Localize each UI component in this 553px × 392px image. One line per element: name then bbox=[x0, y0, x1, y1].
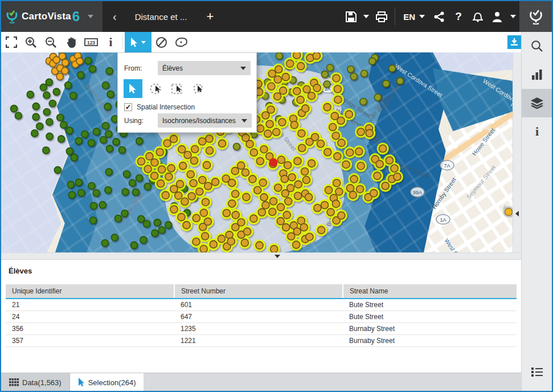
brand-menu[interactable]: CartoVista 6 bbox=[1, 1, 103, 32]
cartovista-mark-icon bbox=[529, 9, 543, 24]
right-sidebar: i bbox=[521, 32, 552, 391]
share-button[interactable] bbox=[429, 1, 449, 32]
language-label: EN bbox=[403, 12, 415, 22]
bottom-tab-bar: Data(1,563) Selection(264) bbox=[1, 373, 521, 391]
map-canvas[interactable]: Beach AvenueBidwell StreetRobson StreetG… bbox=[1, 52, 513, 252]
print-button[interactable] bbox=[372, 1, 391, 32]
sidebar-legend[interactable] bbox=[522, 358, 552, 386]
column-header[interactable]: Street Number bbox=[174, 284, 343, 299]
bell-icon bbox=[473, 11, 483, 22]
add-tab-button[interactable]: + bbox=[206, 9, 214, 24]
table-cell: 1235 bbox=[174, 322, 343, 334]
map-bottom-collapse-strip bbox=[1, 252, 521, 259]
polygon-select-tool[interactable] bbox=[191, 81, 206, 96]
select-tool-dropdown-caret bbox=[141, 41, 146, 44]
table-header[interactable]: Unique IdentifierStreet NumberStreat Nam… bbox=[6, 284, 517, 299]
topbar-actions: EN ? bbox=[341, 1, 552, 32]
selection-tool-panel: From: Élèves bbox=[117, 52, 257, 133]
notifications-button[interactable] bbox=[468, 1, 488, 32]
tab-data[interactable]: Data(1,563) bbox=[1, 373, 70, 391]
table-row[interactable]: 3561235Burnaby Street bbox=[6, 322, 517, 334]
grid-icon bbox=[9, 378, 19, 386]
rectangle-select-tool[interactable] bbox=[170, 81, 185, 96]
sidebar-charts[interactable] bbox=[522, 60, 552, 89]
share-icon bbox=[434, 11, 444, 22]
column-header[interactable]: Unique Identifier bbox=[6, 284, 174, 299]
pan-button[interactable] bbox=[61, 32, 81, 52]
pointer-icon bbox=[78, 378, 85, 387]
spatial-intersection-checkbox[interactable]: ✓ bbox=[124, 103, 132, 111]
map-right-collapse-strip bbox=[513, 52, 521, 252]
download-icon bbox=[510, 38, 518, 46]
identify-button[interactable]: i bbox=[101, 32, 121, 52]
clear-selection-button[interactable] bbox=[151, 32, 171, 52]
sidebar-layers[interactable] bbox=[522, 89, 552, 117]
table-cell: 357 bbox=[6, 334, 174, 346]
table-cell: 24 bbox=[6, 311, 174, 322]
spatial-intersection-label: Spatial Intersection bbox=[137, 103, 195, 111]
table-row[interactable]: 3571221Burnaby Street bbox=[6, 334, 517, 346]
highway-shield-label: 99A bbox=[413, 190, 422, 195]
lasso-icon bbox=[175, 37, 188, 48]
back-button[interactable]: ‹ bbox=[113, 10, 117, 23]
zoom-in-icon bbox=[25, 36, 37, 48]
from-select[interactable]: Élèves bbox=[158, 61, 251, 75]
table-row[interactable]: 21601Bute Street bbox=[6, 299, 517, 311]
user-button[interactable] bbox=[488, 1, 507, 32]
help-button[interactable]: ? bbox=[449, 1, 468, 32]
map-tab-zone: ‹ Distance et ... + bbox=[103, 1, 341, 32]
bar-chart-icon bbox=[531, 70, 543, 80]
toolbar-divider bbox=[122, 35, 123, 49]
language-selector[interactable]: EN bbox=[399, 12, 429, 22]
pointer-select-tool[interactable] bbox=[124, 79, 142, 98]
collapse-bottom-handle[interactable] bbox=[275, 255, 280, 258]
table-cell: 356 bbox=[6, 322, 174, 334]
lasso-select-button[interactable] bbox=[171, 32, 191, 52]
brand-dropdown-caret[interactable] bbox=[88, 15, 93, 18]
save-dropdown[interactable] bbox=[361, 1, 372, 32]
zoom-extent-button[interactable] bbox=[1, 32, 21, 52]
map-toolbar: 123 i bbox=[1, 32, 521, 52]
cartovista-mark-button[interactable] bbox=[519, 1, 552, 32]
attribute-table[interactable]: Unique IdentifierStreet NumberStreat Nam… bbox=[6, 284, 517, 347]
user-icon bbox=[491, 11, 503, 22]
column-header[interactable]: Streat Name bbox=[343, 284, 517, 299]
labels-button[interactable]: 123 bbox=[81, 32, 101, 52]
map-tab-title[interactable]: Distance et ... bbox=[135, 12, 187, 22]
sidebar-info[interactable]: i bbox=[522, 117, 552, 146]
highway-shield-label: 7A bbox=[444, 163, 450, 169]
spatial-intersection-option[interactable]: ✓ Spatial Intersection bbox=[124, 103, 195, 111]
table-cell: 647 bbox=[174, 311, 343, 322]
user-dropdown[interactable] bbox=[507, 1, 519, 32]
pan-hand-icon bbox=[65, 36, 77, 48]
circle-select-tool[interactable] bbox=[149, 81, 163, 96]
zoom-extent-icon bbox=[6, 36, 17, 48]
save-icon bbox=[346, 11, 357, 22]
pointer-select-tool-active[interactable] bbox=[125, 32, 151, 52]
table-row[interactable]: 24647Bute Street bbox=[6, 311, 517, 322]
pointer-cursor-icon bbox=[129, 84, 137, 94]
from-select-caret bbox=[240, 67, 246, 70]
zoom-in-button[interactable] bbox=[21, 32, 41, 52]
using-select[interactable]: Isochrones/Isodistances bbox=[158, 113, 252, 128]
save-button[interactable] bbox=[341, 1, 361, 32]
topbar-divider bbox=[395, 8, 395, 25]
print-icon bbox=[376, 11, 387, 22]
pointer-cursor-icon bbox=[130, 38, 138, 47]
from-label: From: bbox=[124, 64, 142, 72]
search-icon bbox=[531, 40, 543, 52]
tab-selection-label: Selection(264) bbox=[88, 378, 136, 387]
table-cell: 1221 bbox=[174, 334, 343, 346]
pointer-cursor-icon bbox=[198, 85, 202, 92]
zoom-out-button[interactable] bbox=[41, 32, 61, 52]
table-cell: 601 bbox=[174, 299, 343, 311]
table-cell: Burnaby Street bbox=[343, 334, 517, 346]
highway-shield-label: 1A bbox=[440, 217, 446, 223]
collapse-right-handle[interactable] bbox=[515, 211, 519, 217]
export-map-button[interactable] bbox=[507, 35, 521, 49]
using-label: Using: bbox=[124, 117, 144, 125]
tab-selection[interactable]: Selection(264) bbox=[70, 373, 144, 391]
sidebar-search[interactable] bbox=[522, 32, 552, 60]
tab-data-label: Data(1,563) bbox=[22, 378, 62, 387]
data-panel: Élèves Unique IdentifierStreet NumberStr… bbox=[1, 259, 521, 373]
